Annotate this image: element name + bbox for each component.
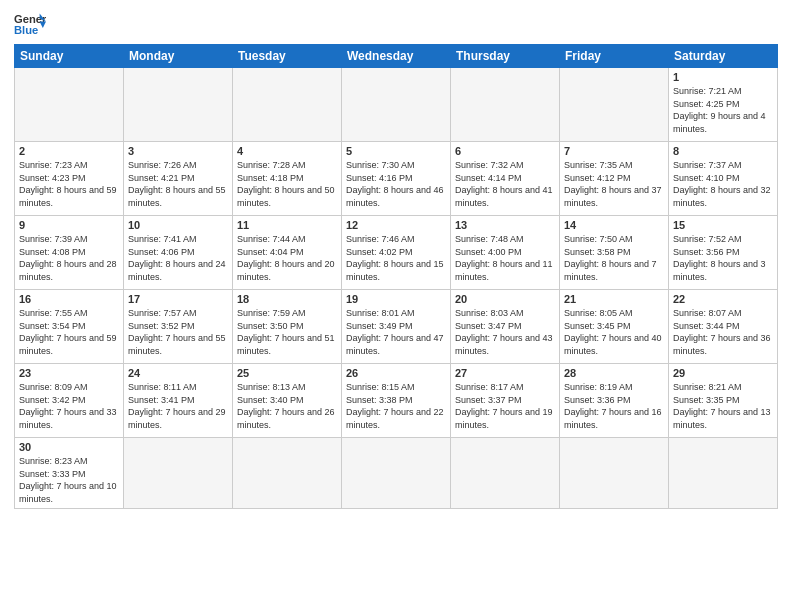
col-header-thursday: Thursday (451, 45, 560, 68)
calendar-cell: 17Sunrise: 7:57 AM Sunset: 3:52 PM Dayli… (124, 290, 233, 364)
svg-text:Blue: Blue (14, 24, 38, 36)
calendar-cell: 3Sunrise: 7:26 AM Sunset: 4:21 PM Daylig… (124, 142, 233, 216)
day-info: Sunrise: 7:50 AM Sunset: 3:58 PM Dayligh… (564, 233, 664, 283)
calendar-cell: 26Sunrise: 8:15 AM Sunset: 3:38 PM Dayli… (342, 364, 451, 438)
day-number: 14 (564, 219, 664, 231)
calendar-cell (451, 438, 560, 509)
day-info: Sunrise: 7:21 AM Sunset: 4:25 PM Dayligh… (673, 85, 773, 135)
logo-icon: General Blue (14, 10, 46, 38)
day-info: Sunrise: 7:41 AM Sunset: 4:06 PM Dayligh… (128, 233, 228, 283)
calendar-cell: 12Sunrise: 7:46 AM Sunset: 4:02 PM Dayli… (342, 216, 451, 290)
calendar-cell (560, 438, 669, 509)
day-number: 9 (19, 219, 119, 231)
day-info: Sunrise: 7:48 AM Sunset: 4:00 PM Dayligh… (455, 233, 555, 283)
calendar-cell: 13Sunrise: 7:48 AM Sunset: 4:00 PM Dayli… (451, 216, 560, 290)
day-number: 23 (19, 367, 119, 379)
calendar-cell: 19Sunrise: 8:01 AM Sunset: 3:49 PM Dayli… (342, 290, 451, 364)
day-info: Sunrise: 8:11 AM Sunset: 3:41 PM Dayligh… (128, 381, 228, 431)
calendar-cell (342, 68, 451, 142)
calendar-cell: 4Sunrise: 7:28 AM Sunset: 4:18 PM Daylig… (233, 142, 342, 216)
day-info: Sunrise: 8:09 AM Sunset: 3:42 PM Dayligh… (19, 381, 119, 431)
day-number: 27 (455, 367, 555, 379)
calendar-cell: 28Sunrise: 8:19 AM Sunset: 3:36 PM Dayli… (560, 364, 669, 438)
day-info: Sunrise: 7:26 AM Sunset: 4:21 PM Dayligh… (128, 159, 228, 209)
calendar-cell: 22Sunrise: 8:07 AM Sunset: 3:44 PM Dayli… (669, 290, 778, 364)
day-number: 6 (455, 145, 555, 157)
day-info: Sunrise: 7:28 AM Sunset: 4:18 PM Dayligh… (237, 159, 337, 209)
calendar-cell: 27Sunrise: 8:17 AM Sunset: 3:37 PM Dayli… (451, 364, 560, 438)
day-info: Sunrise: 8:23 AM Sunset: 3:33 PM Dayligh… (19, 455, 119, 505)
calendar-cell: 25Sunrise: 8:13 AM Sunset: 3:40 PM Dayli… (233, 364, 342, 438)
day-number: 12 (346, 219, 446, 231)
day-info: Sunrise: 7:32 AM Sunset: 4:14 PM Dayligh… (455, 159, 555, 209)
day-number: 26 (346, 367, 446, 379)
day-info: Sunrise: 8:13 AM Sunset: 3:40 PM Dayligh… (237, 381, 337, 431)
calendar-week-2: 9Sunrise: 7:39 AM Sunset: 4:08 PM Daylig… (15, 216, 778, 290)
day-number: 24 (128, 367, 228, 379)
day-number: 7 (564, 145, 664, 157)
day-info: Sunrise: 8:01 AM Sunset: 3:49 PM Dayligh… (346, 307, 446, 357)
day-number: 8 (673, 145, 773, 157)
day-number: 2 (19, 145, 119, 157)
calendar-cell (124, 438, 233, 509)
calendar-cell (124, 68, 233, 142)
day-number: 19 (346, 293, 446, 305)
logo: General Blue (14, 10, 46, 38)
calendar-cell: 15Sunrise: 7:52 AM Sunset: 3:56 PM Dayli… (669, 216, 778, 290)
day-number: 10 (128, 219, 228, 231)
calendar-cell: 1Sunrise: 7:21 AM Sunset: 4:25 PM Daylig… (669, 68, 778, 142)
day-number: 30 (19, 441, 119, 453)
calendar-cell (233, 68, 342, 142)
page: General Blue SundayMondayTuesdayWednesda… (0, 0, 792, 612)
calendar-cell: 2Sunrise: 7:23 AM Sunset: 4:23 PM Daylig… (15, 142, 124, 216)
calendar-cell: 5Sunrise: 7:30 AM Sunset: 4:16 PM Daylig… (342, 142, 451, 216)
calendar-cell: 21Sunrise: 8:05 AM Sunset: 3:45 PM Dayli… (560, 290, 669, 364)
calendar-cell: 10Sunrise: 7:41 AM Sunset: 4:06 PM Dayli… (124, 216, 233, 290)
calendar-week-0: 1Sunrise: 7:21 AM Sunset: 4:25 PM Daylig… (15, 68, 778, 142)
day-info: Sunrise: 7:46 AM Sunset: 4:02 PM Dayligh… (346, 233, 446, 283)
day-info: Sunrise: 7:37 AM Sunset: 4:10 PM Dayligh… (673, 159, 773, 209)
day-info: Sunrise: 8:17 AM Sunset: 3:37 PM Dayligh… (455, 381, 555, 431)
calendar-week-4: 23Sunrise: 8:09 AM Sunset: 3:42 PM Dayli… (15, 364, 778, 438)
col-header-wednesday: Wednesday (342, 45, 451, 68)
calendar-cell: 14Sunrise: 7:50 AM Sunset: 3:58 PM Dayli… (560, 216, 669, 290)
day-number: 22 (673, 293, 773, 305)
day-info: Sunrise: 7:35 AM Sunset: 4:12 PM Dayligh… (564, 159, 664, 209)
day-info: Sunrise: 8:19 AM Sunset: 3:36 PM Dayligh… (564, 381, 664, 431)
col-header-saturday: Saturday (669, 45, 778, 68)
col-header-sunday: Sunday (15, 45, 124, 68)
calendar-cell: 11Sunrise: 7:44 AM Sunset: 4:04 PM Dayli… (233, 216, 342, 290)
day-info: Sunrise: 8:21 AM Sunset: 3:35 PM Dayligh… (673, 381, 773, 431)
calendar-week-5: 30Sunrise: 8:23 AM Sunset: 3:33 PM Dayli… (15, 438, 778, 509)
day-number: 17 (128, 293, 228, 305)
calendar-cell: 9Sunrise: 7:39 AM Sunset: 4:08 PM Daylig… (15, 216, 124, 290)
day-number: 21 (564, 293, 664, 305)
day-info: Sunrise: 7:52 AM Sunset: 3:56 PM Dayligh… (673, 233, 773, 283)
day-number: 13 (455, 219, 555, 231)
day-number: 18 (237, 293, 337, 305)
day-info: Sunrise: 7:59 AM Sunset: 3:50 PM Dayligh… (237, 307, 337, 357)
calendar-cell: 20Sunrise: 8:03 AM Sunset: 3:47 PM Dayli… (451, 290, 560, 364)
calendar-week-1: 2Sunrise: 7:23 AM Sunset: 4:23 PM Daylig… (15, 142, 778, 216)
day-info: Sunrise: 7:30 AM Sunset: 4:16 PM Dayligh… (346, 159, 446, 209)
calendar-cell: 7Sunrise: 7:35 AM Sunset: 4:12 PM Daylig… (560, 142, 669, 216)
day-info: Sunrise: 8:07 AM Sunset: 3:44 PM Dayligh… (673, 307, 773, 357)
day-number: 15 (673, 219, 773, 231)
calendar-cell (233, 438, 342, 509)
day-number: 5 (346, 145, 446, 157)
calendar-cell (560, 68, 669, 142)
col-header-monday: Monday (124, 45, 233, 68)
calendar-cell: 24Sunrise: 8:11 AM Sunset: 3:41 PM Dayli… (124, 364, 233, 438)
day-info: Sunrise: 7:57 AM Sunset: 3:52 PM Dayligh… (128, 307, 228, 357)
day-number: 1 (673, 71, 773, 83)
day-number: 28 (564, 367, 664, 379)
calendar-cell: 18Sunrise: 7:59 AM Sunset: 3:50 PM Dayli… (233, 290, 342, 364)
calendar-cell (342, 438, 451, 509)
day-info: Sunrise: 7:39 AM Sunset: 4:08 PM Dayligh… (19, 233, 119, 283)
day-info: Sunrise: 8:15 AM Sunset: 3:38 PM Dayligh… (346, 381, 446, 431)
day-info: Sunrise: 7:23 AM Sunset: 4:23 PM Dayligh… (19, 159, 119, 209)
day-number: 16 (19, 293, 119, 305)
day-info: Sunrise: 7:44 AM Sunset: 4:04 PM Dayligh… (237, 233, 337, 283)
day-info: Sunrise: 7:55 AM Sunset: 3:54 PM Dayligh… (19, 307, 119, 357)
calendar-cell: 29Sunrise: 8:21 AM Sunset: 3:35 PM Dayli… (669, 364, 778, 438)
